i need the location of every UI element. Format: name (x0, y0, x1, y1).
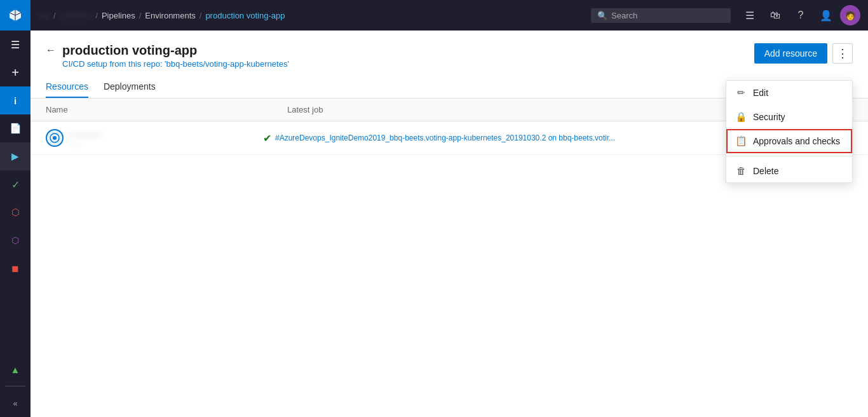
org-label: ····· (38, 11, 50, 20)
artifacts-icon: ⬡ (11, 207, 20, 218)
page-title-group: production voting-app CI/CD setup from t… (62, 43, 289, 69)
back-button[interactable]: ← (46, 44, 56, 56)
job-text[interactable]: #AzureDevops_IgniteDemo2019_bbq-beets.vo… (275, 133, 615, 142)
sidebar-item-artifacts[interactable]: ⬡ (0, 198, 31, 226)
main-wrap: ····· / ·············· / Pipelines / Env… (31, 0, 868, 417)
collapse-icon: « (13, 399, 17, 408)
sidebar-divider (5, 386, 25, 386)
overview-icon: ☰ (11, 39, 20, 51)
topnav-icons: ☰ 🛍 ? 👤 🧑 (738, 4, 860, 27)
add-resource-button[interactable]: Add resource (754, 43, 827, 64)
add-icon: + (11, 65, 19, 80)
breadcrumb-pipelines[interactable]: Pipelines (102, 11, 135, 20)
success-icon: ✔ (263, 132, 271, 144)
delete-icon: 🗑 (735, 165, 747, 176)
settings-icon: ▲ (11, 364, 20, 375)
approvals-label: Approvals and checks (753, 136, 840, 146)
search-label: Search (611, 11, 637, 20)
search-icon: 🔍 (597, 11, 607, 20)
sidebar-item-pipelines[interactable]: ▶ (0, 142, 31, 170)
resource-name: ·············· (70, 130, 102, 139)
resource-name-info: ·············· ······· (70, 130, 102, 147)
sidebar-item-settings[interactable]: ▲ (0, 355, 31, 383)
more-options-button[interactable]: ⋮ (832, 43, 853, 64)
breadcrumb-environments[interactable]: Environments (145, 11, 195, 20)
sidebar: ☰ + i 📄 ▶ ✓ ⬡ ⬡ ◼ ▲ « (0, 0, 31, 417)
dropdown-security[interactable]: 🔒 Security (726, 105, 852, 129)
app-logo[interactable] (0, 0, 31, 31)
resource-name-col: ·············· ······· (46, 129, 263, 147)
delete-label: Delete (753, 166, 778, 176)
sidebar-item-testplans[interactable]: ✓ (0, 170, 31, 198)
dropdown-menu: ✏ Edit 🔒 Security 📋 Approvals and checks… (726, 80, 853, 183)
resource-icon (46, 129, 64, 147)
col-name-header: Name (46, 105, 287, 114)
dropdown-divider (726, 156, 852, 156)
page-header: ← production voting-app CI/CD setup from… (31, 31, 868, 69)
pipelines-icon: ▶ (11, 151, 19, 162)
page-content: ← production voting-app CI/CD setup from… (31, 31, 868, 417)
extensions-icon: ⬡ (11, 235, 19, 245)
sidebar-item-extensions[interactable]: ⬡ (0, 226, 31, 254)
project-label: ·············· (60, 11, 92, 20)
user-avatar[interactable]: 🧑 (840, 5, 860, 25)
security-label: Security (753, 112, 785, 122)
page-actions: Add resource ⋮ (754, 43, 853, 64)
resource-sub: ······· (70, 139, 102, 147)
tab-resources[interactable]: Resources (46, 76, 88, 98)
sidebar-item-overview[interactable]: ☰ (0, 31, 31, 58)
tab-deployments[interactable]: Deployments (104, 76, 156, 98)
sidebar-item-repos[interactable]: 📄 (0, 114, 31, 142)
dropdown-edit[interactable]: ✏ Edit (726, 81, 852, 105)
edit-label: Edit (753, 88, 768, 98)
sidebar-item-collapse[interactable]: « (0, 389, 31, 417)
notifications-icon[interactable]: ☰ (738, 4, 761, 27)
help-icon[interactable]: ? (789, 4, 812, 27)
marketplace-icon: ◼ (11, 263, 19, 273)
edit-icon: ✏ (735, 87, 747, 99)
breadcrumb: ····· / ·············· / Pipelines / Env… (38, 11, 591, 20)
page-header-left: ← production voting-app CI/CD setup from… (46, 43, 289, 69)
sidebar-item-marketplace[interactable]: ◼ (0, 254, 31, 282)
sidebar-item-boards[interactable]: i (0, 86, 31, 114)
testplans-icon: ✓ (11, 179, 20, 191)
account-icon[interactable]: 👤 (815, 4, 837, 27)
page-title: production voting-app (62, 43, 289, 58)
dropdown-approvals[interactable]: 📋 Approvals and checks (726, 129, 852, 153)
topnav: ····· / ·············· / Pipelines / Env… (31, 0, 868, 31)
sidebar-item-add[interactable]: + (0, 58, 31, 86)
boards-icon: i (14, 95, 17, 106)
page-subtitle[interactable]: CI/CD setup from this repo: 'bbq-beets/v… (62, 59, 289, 69)
basket-icon[interactable]: 🛍 (764, 4, 787, 27)
search-box[interactable]: 🔍 Search (591, 8, 731, 23)
security-icon: 🔒 (735, 111, 747, 123)
sidebar-bottom: ▲ « (0, 355, 31, 417)
repos-icon: 📄 (10, 123, 22, 134)
approvals-icon: 📋 (735, 135, 747, 147)
dropdown-delete[interactable]: 🗑 Delete (726, 159, 852, 182)
breadcrumb-current: production voting-app (205, 11, 285, 20)
